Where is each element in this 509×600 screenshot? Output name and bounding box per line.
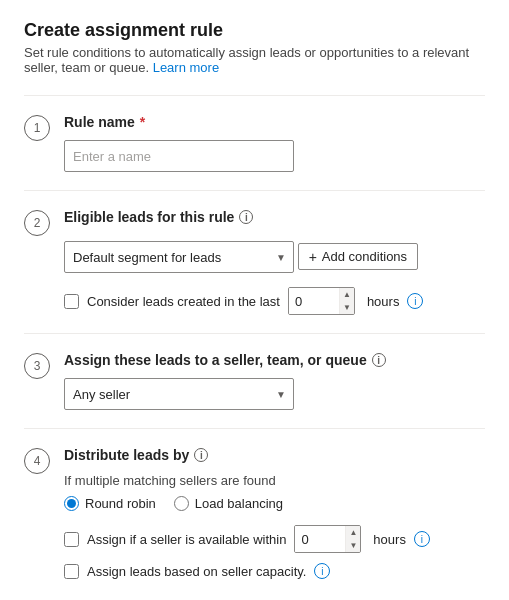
section-label-4: Distribute leads by i [64, 447, 485, 463]
section-label-2: Eligible leads for this rule i [64, 209, 485, 225]
consider-hours-input[interactable] [289, 288, 339, 314]
distribute-radio-group: Round robin Load balancing [64, 496, 485, 511]
consider-leads-row: Consider leads created in the last ▲ ▼ h… [64, 287, 485, 315]
availability-hours-input[interactable] [295, 526, 345, 552]
consider-hours-up[interactable]: ▲ [340, 288, 354, 301]
eligible-leads-dropdown[interactable]: Default segment for leads Custom segment [64, 241, 294, 273]
section-distribute: 4 Distribute leads by i If multiple matc… [24, 428, 485, 597]
section-number-2: 2 [24, 210, 50, 236]
availability-hours-info-icon[interactable]: i [414, 531, 430, 547]
consider-leads-label: Consider leads created in the last [87, 294, 280, 309]
eligible-leads-dropdown-wrapper: Default segment for leads Custom segment… [64, 241, 294, 273]
availability-hours-unit: hours [373, 532, 406, 547]
section-label-1: Rule name * [64, 114, 485, 130]
section-number-3: 3 [24, 353, 50, 379]
consider-hours-spinner: ▲ ▼ [339, 288, 354, 314]
section-rule-name: 1 Rule name * [24, 95, 485, 190]
section-content-1: Rule name * [64, 114, 485, 172]
distribute-info-icon[interactable]: i [194, 448, 208, 462]
capacity-info-icon[interactable]: i [314, 563, 330, 579]
section-content-3: Assign these leads to a seller, team, or… [64, 352, 485, 410]
assign-availability-label: Assign if a seller is available within [87, 532, 286, 547]
load-balancing-radio[interactable] [174, 496, 189, 511]
section-assign-to: 3 Assign these leads to a seller, team, … [24, 333, 485, 428]
capacity-row: Assign leads based on seller capacity. i [64, 563, 485, 579]
section-eligible-leads: 2 Eligible leads for this rule i Default… [24, 190, 485, 333]
page-subtitle: Set rule conditions to automatically ass… [24, 45, 485, 75]
round-robin-option[interactable]: Round robin [64, 496, 156, 511]
round-robin-radio[interactable] [64, 496, 79, 511]
section-label-3: Assign these leads to a seller, team, or… [64, 352, 485, 368]
subtitle-text: Set rule conditions to automatically ass… [24, 45, 469, 75]
section-content-4: Distribute leads by i If multiple matchi… [64, 447, 485, 579]
capacity-checkbox[interactable] [64, 564, 79, 579]
add-conditions-label: Add conditions [322, 249, 407, 264]
assign-availability-row: Assign if a seller is available within ▲… [64, 525, 485, 553]
capacity-label: Assign leads based on seller capacity. [87, 564, 306, 579]
consider-hours-down[interactable]: ▼ [340, 301, 354, 314]
section-number-1: 1 [24, 115, 50, 141]
assign-to-dropdown-wrapper: Any seller Specific seller Team Queue ▼ [64, 378, 294, 410]
required-asterisk: * [140, 114, 145, 130]
consider-hours-unit: hours [367, 294, 400, 309]
availability-hours-down[interactable]: ▼ [346, 539, 360, 552]
consider-leads-checkbox[interactable] [64, 294, 79, 309]
round-robin-label: Round robin [85, 496, 156, 511]
assign-to-info-icon[interactable]: i [372, 353, 386, 367]
availability-hours-up[interactable]: ▲ [346, 526, 360, 539]
load-balancing-option[interactable]: Load balancing [174, 496, 283, 511]
rule-name-input[interactable] [64, 140, 294, 172]
assign-to-dropdown[interactable]: Any seller Specific seller Team Queue [64, 378, 294, 410]
load-balancing-label: Load balancing [195, 496, 283, 511]
consider-hours-input-wrapper: ▲ ▼ [288, 287, 355, 315]
eligible-leads-info-icon[interactable]: i [239, 210, 253, 224]
section-content-2: Eligible leads for this rule i Default s… [64, 209, 485, 315]
section-number-4: 4 [24, 448, 50, 474]
page-title: Create assignment rule [24, 20, 485, 41]
learn-more-link[interactable]: Learn more [153, 60, 219, 75]
consider-hours-info-icon[interactable]: i [407, 293, 423, 309]
availability-hours-input-wrapper: ▲ ▼ [294, 525, 361, 553]
plus-icon: + [309, 250, 317, 264]
availability-hours-spinner: ▲ ▼ [345, 526, 360, 552]
add-conditions-button[interactable]: + Add conditions [298, 243, 418, 270]
distribute-description: If multiple matching sellers are found [64, 473, 485, 488]
assign-availability-checkbox[interactable] [64, 532, 79, 547]
